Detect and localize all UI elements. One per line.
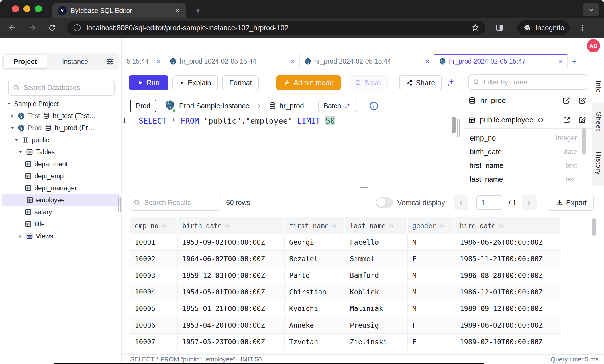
tab-close-icon[interactable]: × [174,7,181,14]
worksheet-tab-active[interactable]: hr_prod 2024-02-05 15:47× [434,54,568,69]
site-info-icon[interactable] [73,23,81,32]
user-avatar[interactable]: AD [587,39,600,52]
reload-icon[interactable] [46,21,58,34]
close-tab-icon[interactable]: × [156,58,160,66]
browser-tab[interactable]: Bytebase SQL Editor × [52,3,186,18]
worksheet-tab[interactable]: hr_prod 2024-02-05 15:44× [300,54,434,69]
back-icon[interactable] [6,21,19,34]
tree-item-dept-emp[interactable]: dept_emp [0,170,121,182]
vertical-display-toggle[interactable] [376,197,393,208]
bookmark-star-icon[interactable] [471,23,480,32]
table-row[interactable]: 100041954-05-01T00:00:00ZChirstianKoblic… [130,284,561,300]
tree-item-title[interactable]: title [0,218,121,230]
tree-item-public[interactable]: public [0,134,121,146]
column-row-emp_no[interactable]: emp_nointeger [463,131,592,145]
minimize-window-button[interactable] [23,5,30,12]
caret-down-icon[interactable] [10,126,15,130]
column-row-first_name[interactable]: first_nametext [463,159,592,172]
schema-scrollbar[interactable] [582,128,586,155]
zoom-window-button[interactable] [35,5,42,12]
table-row[interactable]: 100051955-01-21T00:00:00ZKyoichiMaliniak… [130,300,561,317]
tree-item-prod[interactable]: Prodhr_prod (Pr… [0,122,121,134]
sidebar-resize-handle[interactable] [118,197,121,212]
close-tab-icon[interactable]: × [291,58,295,66]
sort-icon[interactable] [389,223,394,228]
caret-right-icon[interactable] [10,114,15,118]
page-number-input[interactable] [476,195,502,210]
column-row-last_name[interactable]: last_nametext [463,172,592,186]
ai-assistant-button[interactable] [444,75,457,90]
panel-resize-handle[interactable] [457,119,460,137]
sort-icon[interactable] [161,223,167,228]
column-header-last_name[interactable]: last_name [345,217,408,234]
caret-down-icon[interactable] [6,102,11,106]
search-results-input[interactable] [144,199,216,207]
column-header-emp_no[interactable]: emp_no [130,217,178,234]
filter-by-name-input[interactable] [484,78,583,86]
close-window-button[interactable] [12,5,19,12]
caret-right-icon[interactable] [18,234,23,239]
sql-editor[interactable]: 1 SELECT * FROM "public"."employee" LIMI… [122,116,292,186]
code-icon[interactable] [536,116,544,124]
side-panel-icon[interactable] [495,23,504,32]
forward-icon[interactable] [26,21,38,34]
info-circle-icon[interactable] [369,101,379,111]
tab-project[interactable]: Project [4,55,47,68]
side-tab-info[interactable]: Info [592,71,604,103]
close-tab-icon[interactable]: × [559,58,563,66]
column-row-birth_date[interactable]: birth_datedate [463,145,592,159]
tree-item-department[interactable]: department [0,158,121,170]
admin-mode-button[interactable]: Admin mode [276,75,340,90]
share-button[interactable]: Share [399,75,442,90]
results-search[interactable] [129,195,220,211]
table-row[interactable]: 100061953-04-20T00:00:00ZAnnekePreusigF1… [130,317,561,334]
table-row[interactable]: 100071957-05-23T00:00:00ZTzvetanZielinsk… [130,334,561,350]
run-button[interactable]: Run [129,75,168,90]
edit-icon[interactable] [578,96,586,105]
edit-icon[interactable] [578,116,586,124]
instance-name[interactable]: Prod Sample Instance [179,102,250,110]
filter-settings-icon[interactable] [103,57,117,66]
database-search[interactable] [8,80,115,96]
worksheet-tab[interactable]: hr_prod 2024-02-05 15:44× [165,54,300,69]
tree-item-employee[interactable]: employee [2,194,120,206]
sort-icon[interactable] [439,223,444,228]
caret-down-icon[interactable] [14,138,19,143]
search-databases-input[interactable] [23,84,110,92]
close-tab-icon[interactable]: × [425,58,430,66]
table-row[interactable]: 100021964-06-02T00:00:00ZBezalelSimmelF1… [130,251,561,267]
column-header-birth_date[interactable]: birth_date [178,217,285,234]
side-tab-sheet[interactable]: Sheet [592,103,604,140]
schema-database-row[interactable]: hr_prod [463,92,592,109]
tab-search-chevron-button[interactable] [583,3,599,16]
external-link-icon[interactable] [563,116,571,124]
url-text[interactable]: localhost:8080/sql-editor/prod-sample-in… [87,24,471,32]
sort-icon[interactable] [225,223,230,228]
tree-item-dept-manager[interactable]: dept_manager [0,182,121,194]
results-splitter[interactable] [122,186,604,189]
add-worksheet-button[interactable]: + [568,54,581,69]
column-header-first_name[interactable]: first_name [285,217,345,234]
explain-button[interactable]: Explain [172,75,218,90]
export-button[interactable]: Export [549,195,594,211]
next-page-button[interactable]: › [522,195,537,210]
table-row[interactable]: 100011953-09-02T00:00:00ZGeorgiFacelloM1… [130,234,561,251]
batch-button[interactable]: Batch [318,100,356,112]
url-bar[interactable]: localhost:8080/sql-editor/prod-sample-in… [67,21,485,35]
caret-down-icon[interactable] [18,150,23,155]
tree-item-tables[interactable]: Tables [0,146,121,158]
schema-filter[interactable] [468,74,587,90]
tree-item-sample-project[interactable]: Sample Project [0,98,121,110]
external-link-icon[interactable] [562,96,570,105]
database-name[interactable]: hr_prod [279,102,304,110]
worksheet-tab[interactable]: 5 15:44× [122,54,165,69]
schema-table-row[interactable]: public.employee [463,112,592,129]
sort-icon[interactable] [332,223,337,228]
sort-icon[interactable] [499,223,504,228]
tree-item-test[interactable]: Testhr_test (Test… [0,110,121,122]
column-header-hire_date[interactable]: hire_date [455,217,561,234]
column-header-gender[interactable]: gender [408,217,455,234]
tree-item-salary[interactable]: salary [0,206,121,218]
tab-instance[interactable]: Instance [47,58,103,66]
results-scrollbar[interactable] [592,218,596,236]
